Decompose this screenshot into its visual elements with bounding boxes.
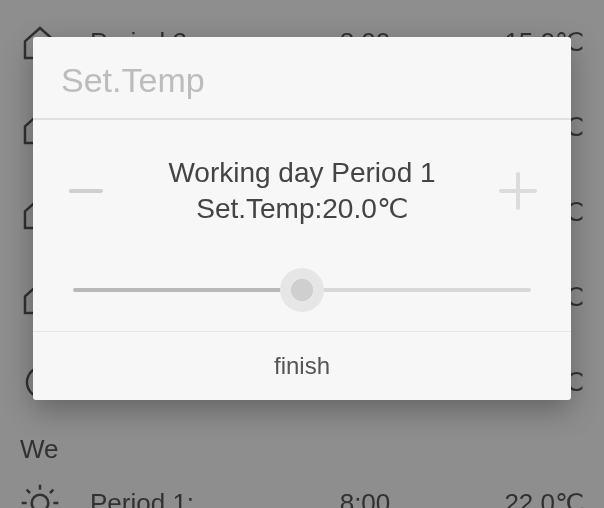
dialog-header: Set.Temp: [33, 37, 571, 120]
temperature-slider[interactable]: [73, 288, 531, 292]
increase-button[interactable]: [493, 166, 543, 216]
value-line-1: Working day Period 1: [116, 155, 488, 191]
dialog-body: Working day Period 1 Set.Temp:20.0℃: [33, 120, 571, 331]
dialog-title: Set.Temp: [61, 61, 543, 100]
decrease-button[interactable]: [61, 166, 111, 216]
minus-icon: [69, 189, 103, 193]
finish-button[interactable]: finish: [33, 331, 571, 400]
value-line-2: Set.Temp:20.0℃: [116, 191, 488, 227]
set-temp-dialog: Set.Temp Working day Period 1 Set.Temp:2…: [33, 37, 571, 400]
temperature-stepper: Working day Period 1 Set.Temp:20.0℃: [61, 155, 543, 228]
temperature-value: Working day Period 1 Set.Temp:20.0℃: [116, 155, 488, 228]
slider-container: [61, 278, 543, 311]
plus-icon: [499, 172, 537, 210]
